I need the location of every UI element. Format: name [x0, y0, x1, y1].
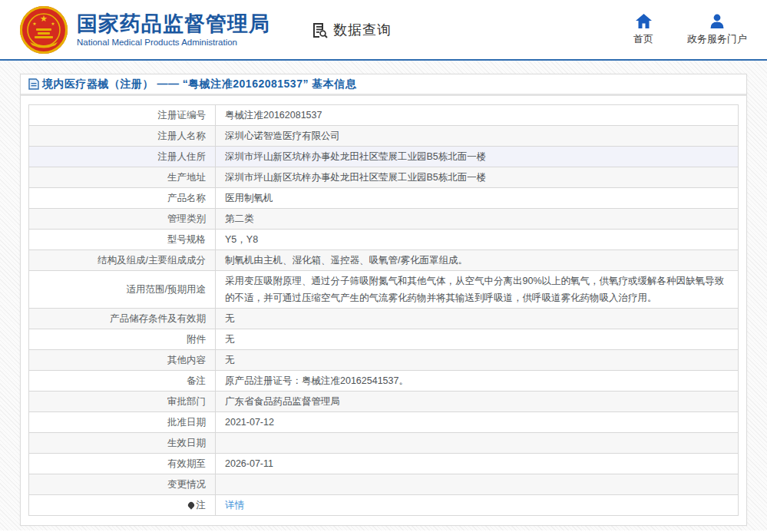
row-label: 其他内容: [29, 350, 216, 371]
table-row: 产品名称医用制氧机: [29, 188, 739, 209]
nav-gov-portal[interactable]: 政务服务门户: [687, 14, 747, 46]
info-table-body: 注册证编号粤械注准20162081537注册人名称深圳心诺智造医疗有限公司注册人…: [29, 105, 739, 516]
nav-home-label: 首页: [633, 32, 653, 46]
row-value: 无: [216, 309, 739, 329]
row-label: 型号规格: [29, 230, 216, 250]
panel-titlebar: 境内医疗器械（注册） —— “粤械注准20162081537” 基本信息: [21, 74, 746, 96]
svg-text:★: ★: [40, 14, 48, 23]
page-title: 境内医疗器械（注册） —— “粤械注准20162081537” 基本信息: [42, 78, 356, 91]
data-query-icon: [310, 21, 329, 39]
table-row: 其他内容无: [29, 350, 739, 371]
row-value: 深圳市坪山新区坑梓办事处龙田社区莹展工业园B5栋北面一楼: [216, 167, 739, 188]
brand-title: 国家药品监督管理局: [77, 12, 270, 35]
table-row: 注册人名称深圳心诺智造医疗有限公司: [29, 126, 739, 147]
row-value: 2021-07-12: [216, 412, 739, 433]
document-icon: [28, 78, 39, 90]
brand-subtitle: National Medical Products Administration: [77, 37, 270, 48]
nmpa-emblem-logo[interactable]: ★ ★ ★: [19, 5, 68, 55]
row-label: 产品名称: [29, 188, 216, 209]
row-value: 采用变压吸附原理、通过分子筛吸附氮气和其他气体，从空气中分离出90%以上的氧气，…: [216, 271, 739, 309]
table-row: 批准日期2021-07-12: [29, 412, 739, 433]
row-value: 2026-07-11: [216, 454, 739, 474]
home-icon: [636, 14, 652, 28]
table-row: 生产地址深圳市坪山新区坑梓办事处龙田社区莹展工业园B5栋北面一楼: [29, 167, 739, 188]
row-value: 广东省食品药品监督管理局: [216, 392, 739, 412]
row-label: 管理类别: [29, 209, 216, 230]
row-label: 变更情况: [29, 474, 216, 495]
row-label: 注: [29, 495, 216, 516]
table-row: 注册证编号粤械注准20162081537: [29, 105, 739, 126]
row-value: 深圳心诺智造医疗有限公司: [216, 126, 739, 147]
user-icon: [709, 14, 725, 28]
row-label: 注册证编号: [29, 105, 216, 126]
table-row: 产品储存条件及有效期无: [29, 309, 739, 329]
table-row: 结构及组成/主要组成成分制氧机由主机、湿化箱、遥控器、吸氧管/雾化面罩组成。: [29, 250, 739, 271]
row-label: 注册人名称: [29, 126, 216, 147]
row-value: 详情: [216, 495, 739, 516]
table-wrapper: 注册证编号粤械注准20162081537注册人名称深圳心诺智造医疗有限公司注册人…: [21, 96, 746, 525]
row-value: 第二类: [216, 209, 739, 230]
row-value: [216, 474, 739, 495]
row-value: 深圳市坪山新区坑梓办事处龙田社区莹展工业园B5栋北面一楼: [216, 147, 739, 167]
row-label: 审批部门: [29, 392, 216, 412]
row-label: 生效日期: [29, 433, 216, 454]
row-value: 粤械注准20162081537: [216, 105, 739, 126]
table-row: 审批部门广东省食品药品监督管理局: [29, 392, 739, 412]
table-row: 有效期至2026-07-11: [29, 454, 739, 474]
row-label: 备注: [29, 371, 216, 392]
table-row: 管理类别第二类: [29, 209, 739, 230]
nav-home[interactable]: 首页: [633, 14, 653, 46]
row-value: 无: [216, 329, 739, 350]
row-value: 无: [216, 350, 739, 371]
row-label: 批准日期: [29, 412, 216, 433]
page-background: 境内医疗器械（注册） —— “粤械注准20162081537” 基本信息 注册证…: [0, 61, 767, 530]
table-row: 变更情况: [29, 474, 739, 495]
row-label: 有效期至: [29, 454, 216, 474]
row-label: 产品储存条件及有效期: [29, 309, 216, 329]
table-row: 生效日期: [29, 433, 739, 454]
row-label: 注册人住所: [29, 147, 216, 167]
detail-link[interactable]: 详情: [225, 500, 244, 511]
row-value: 原产品注册证号：粤械注准20162541537。: [216, 371, 739, 392]
row-label: 生产地址: [29, 167, 216, 188]
table-row: 适用范围/预期用途采用变压吸附原理、通过分子筛吸附氮气和其他气体，从空气中分离出…: [29, 271, 739, 309]
row-value: [216, 433, 739, 454]
table-row: 型号规格Y5，Y8: [29, 230, 739, 250]
table-row: 附件无: [29, 329, 739, 350]
data-query-nav[interactable]: 数据查询: [310, 21, 392, 39]
row-label: 附件: [29, 329, 216, 350]
data-query-label: 数据查询: [333, 21, 392, 39]
row-value: Y5，Y8: [216, 230, 739, 250]
note-pin-icon: [187, 501, 195, 509]
row-value: 制氧机由主机、湿化箱、遥控器、吸氧管/雾化面罩组成。: [216, 250, 739, 271]
table-row: 注册人住所深圳市坪山新区坑梓办事处龙田社区莹展工业园B5栋北面一楼: [29, 147, 739, 167]
registration-info-table: 注册证编号粤械注准20162081537注册人名称深圳心诺智造医疗有限公司注册人…: [28, 104, 739, 516]
site-header: ★ ★ ★ 国家药品监督管理局 National Medical Product…: [0, 0, 767, 61]
table-row: 备注原产品注册证号：粤械注准20162541537。: [29, 371, 739, 392]
row-label: 结构及组成/主要组成成分: [29, 250, 216, 271]
table-row: 注详情: [29, 495, 739, 516]
content-panel: 境内医疗器械（注册） —— “粤械注准20162081537” 基本信息 注册证…: [20, 74, 747, 526]
svg-text:★: ★: [32, 21, 36, 26]
svg-text:★: ★: [51, 21, 55, 26]
row-label: 适用范围/预期用途: [29, 271, 216, 309]
nav-gov-portal-label: 政务服务门户: [687, 32, 747, 46]
brand-block: 国家药品监督管理局 National Medical Products Admi…: [77, 12, 270, 48]
row-value: 医用制氧机: [216, 188, 739, 209]
